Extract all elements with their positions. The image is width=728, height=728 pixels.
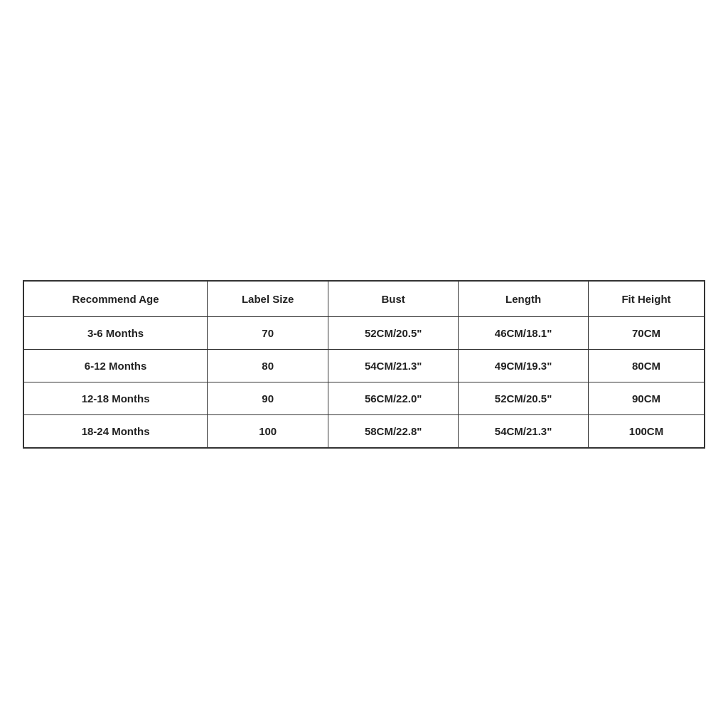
table-row: 6-12 Months8054CM/21.3"49CM/19.3"80CM bbox=[23, 349, 705, 382]
header-bust: Bust bbox=[328, 281, 459, 317]
table-header-row: Recommend Age Label Size Bust Length Fit… bbox=[23, 281, 705, 317]
cell-recommend-age: 3-6 Months bbox=[23, 316, 208, 349]
cell-recommend-age: 18-24 Months bbox=[23, 414, 208, 448]
cell-recommend-age: 12-18 Months bbox=[23, 382, 208, 414]
header-fit-height: Fit Height bbox=[589, 281, 705, 317]
cell-length: 52CM/20.5" bbox=[459, 382, 589, 414]
cell-label-size: 70 bbox=[208, 316, 328, 349]
cell-bust: 52CM/20.5" bbox=[328, 316, 459, 349]
cell-fit-height: 90CM bbox=[589, 382, 705, 414]
cell-length: 46CM/18.1" bbox=[459, 316, 589, 349]
cell-label-size: 80 bbox=[208, 349, 328, 382]
header-length: Length bbox=[459, 281, 589, 317]
size-chart-container: Recommend Age Label Size Bust Length Fit… bbox=[23, 280, 705, 449]
header-label-size: Label Size bbox=[208, 281, 328, 317]
cell-fit-height: 80CM bbox=[589, 349, 705, 382]
cell-fit-height: 100CM bbox=[589, 414, 705, 448]
size-chart-table: Recommend Age Label Size Bust Length Fit… bbox=[23, 280, 705, 449]
cell-recommend-age: 6-12 Months bbox=[23, 349, 208, 382]
cell-label-size: 100 bbox=[208, 414, 328, 448]
table-row: 12-18 Months9056CM/22.0"52CM/20.5"90CM bbox=[23, 382, 705, 414]
cell-bust: 54CM/21.3" bbox=[328, 349, 459, 382]
table-row: 18-24 Months10058CM/22.8"54CM/21.3"100CM bbox=[23, 414, 705, 448]
header-recommend-age: Recommend Age bbox=[23, 281, 208, 317]
cell-fit-height: 70CM bbox=[589, 316, 705, 349]
cell-length: 54CM/21.3" bbox=[459, 414, 589, 448]
table-row: 3-6 Months7052CM/20.5"46CM/18.1"70CM bbox=[23, 316, 705, 349]
cell-bust: 58CM/22.8" bbox=[328, 414, 459, 448]
cell-length: 49CM/19.3" bbox=[459, 349, 589, 382]
cell-bust: 56CM/22.0" bbox=[328, 382, 459, 414]
cell-label-size: 90 bbox=[208, 382, 328, 414]
